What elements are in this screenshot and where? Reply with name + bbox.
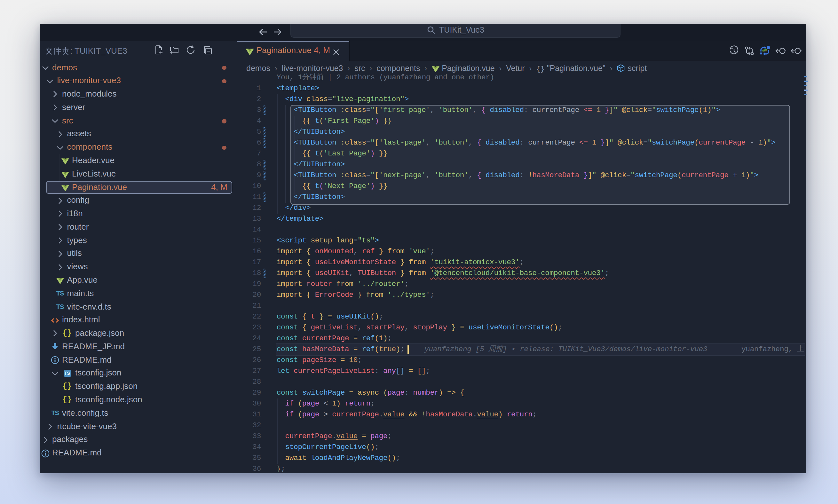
svg-text:diff: diff — [762, 49, 767, 52]
